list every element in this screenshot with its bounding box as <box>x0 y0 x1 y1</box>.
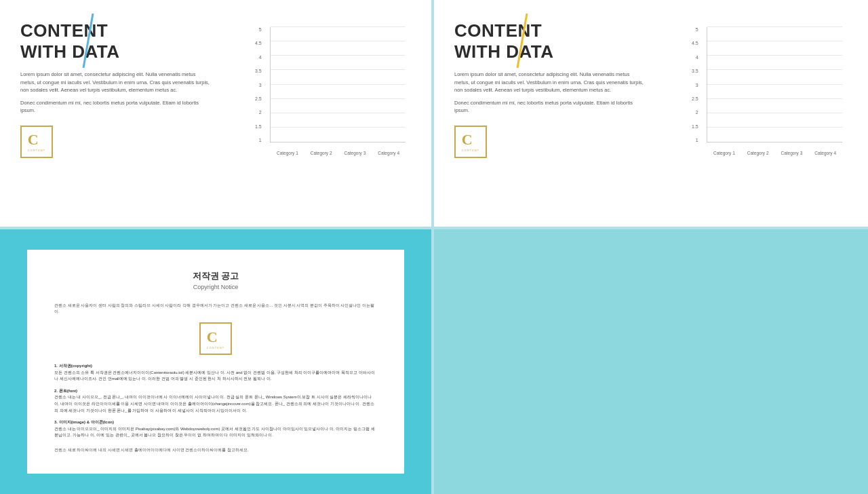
slide2-chart-main: Category 1 Category 2 Category 3 Categor… <box>707 27 842 142</box>
slide2-y-axis: 5 4.5 4 3.5 3 2.5 2 1.5 1 <box>692 27 702 142</box>
svg-line-1 <box>517 14 527 68</box>
slide2-body1: Lorem ipsum dolor sit amet, consectetur … <box>454 71 644 94</box>
slide1-x-labels: Category 1 Category 2 Category 3 Categor… <box>271 151 406 155</box>
slide2-title: CONTENT WITH DATA <box>454 20 644 62</box>
slide1-logo: C CONTENT <box>20 126 53 158</box>
slide2-x-labels: Category 1 Category 2 Category 3 Categor… <box>707 151 842 155</box>
slide1-body2: Donec condimentum mi mi, nec lobortis me… <box>20 99 210 115</box>
slide-3: 저작권 공고 Copyright Notice 건렌소 새로운 사용자이 센터 … <box>0 229 434 494</box>
copyright-card: 저작권 공고 Copyright Notice 건렌소 새로운 사용자이 센터 … <box>27 250 404 474</box>
slide2-left: CONTENT WITH DATA Lorem ipsum dolor sit … <box>454 20 644 158</box>
copyright-logo: C CONTENT <box>199 322 232 355</box>
slide1-body1: Lorem ipsum dolor sit amet, consectetur … <box>20 71 210 94</box>
copyright-footer: 건렌소 새로 하이싸이에 내의 사세면 시세면 출에이어이이에다에 사이면 건렌… <box>54 447 377 453</box>
svg-line-0 <box>83 14 93 68</box>
slide1-bars <box>271 27 406 142</box>
slide2-chart: 5 4.5 4 3.5 3 2.5 2 1.5 1 <box>651 20 848 176</box>
slide2-logo: C CONTENT <box>454 126 487 158</box>
slide2-body2: Donec condimentum mi mi, nec lobortis me… <box>454 99 644 115</box>
slide-2: CONTENT WITH DATA Lorem ipsum dolor sit … <box>434 0 868 229</box>
slide2-bars <box>707 27 842 142</box>
copyright-subtitle: Copyright Notice <box>54 284 377 290</box>
slide1-chart: 5 4.5 4 3.5 3 2.5 2 1.5 1 <box>217 20 411 176</box>
slide1-y-axis: 5 4.5 4 3.5 3 2.5 2 1.5 1 <box>255 27 265 142</box>
slide1-chart-main: Category 1 Category 2 Category 3 Categor… <box>270 27 406 142</box>
slide1-left: CONTENT WITH DATA Lorem ipsum dolor sit … <box>20 20 210 158</box>
copyright-section1: 1. 서작권(copyright) 모든 건렌소의 소유 특 서작권은 건렌소에… <box>54 363 377 383</box>
copyright-section2: 2. 폰트(font) 건렌소 내는 내 사이으으_, 전금 폰나_, 내여이 … <box>54 388 377 414</box>
copyright-title: 저작권 공고 <box>54 270 377 282</box>
copyright-logo-row: C CONTENT <box>54 322 377 355</box>
copyright-section3: 3. 이미지(image) & 아이콘(Icon) 건렌소 내는 이이으으이_ … <box>54 419 377 439</box>
slide1-title: CONTENT WITH DATA <box>20 20 210 62</box>
copyright-intro: 건렌소 새로운 사용자이 센터 사람의 창의와 스팀라으 사세이 사람이라 각해… <box>54 303 377 316</box>
slide-4 <box>434 229 868 494</box>
slide-1: CONTENT WITH DATA Lorem ipsum dolor sit … <box>0 0 434 229</box>
